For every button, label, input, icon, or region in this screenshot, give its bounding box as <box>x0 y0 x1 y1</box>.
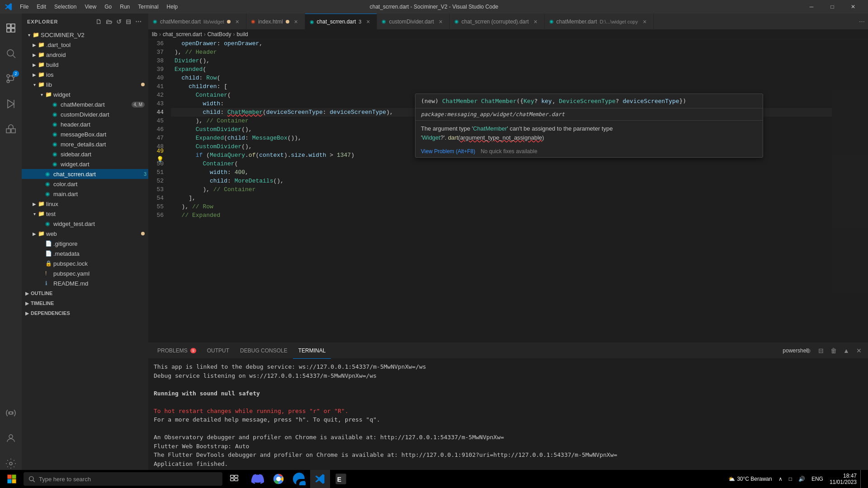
collapse-icon[interactable]: ⊟ <box>125 17 132 26</box>
panel-content[interactable]: This app is linked to the debug service:… <box>148 359 868 478</box>
sidebar-item-test[interactable]: ▾ 📁 test <box>22 209 148 219</box>
sidebar-item-customdivider[interactable]: ▶ ◉ customDivider.dart <box>22 109 148 119</box>
maximize-button[interactable]: □ <box>822 0 843 14</box>
menu-edit[interactable]: Edit <box>33 2 50 12</box>
tab-close-button[interactable]: × <box>532 18 540 26</box>
sidebar-item-android[interactable]: ▶ 📁 android <box>22 50 148 60</box>
taskbar-search[interactable]: Type here to search <box>24 472 222 486</box>
sidebar-item-pubspec-yaml[interactable]: ▶ ! pubspec.yaml <box>22 268 148 278</box>
sidebar-item-widget[interactable]: ▾ 📁 widget <box>22 89 148 99</box>
tabs-overflow-button[interactable]: ⋯ <box>855 14 868 29</box>
new-terminal-icon[interactable]: ⊕ <box>803 345 814 356</box>
activity-remote[interactable] <box>0 402 22 424</box>
tab-customdivider[interactable]: ◉ customDivider.dart × <box>377 14 449 29</box>
panel-tab-output[interactable]: OUTPUT <box>202 343 235 359</box>
sidebar-item-pubspec-lock[interactable]: ▶ 🔒 pubspec.lock <box>22 258 148 268</box>
sidebar-item-readme[interactable]: ▶ ℹ README.md <box>22 278 148 288</box>
new-file-icon[interactable]: 🗋 <box>94 17 103 26</box>
breadcrumb-build[interactable]: build <box>236 31 248 38</box>
tab-close-button[interactable]: × <box>233 18 241 26</box>
sidebar-item-linux[interactable]: ▶ 📁 linux <box>22 199 148 209</box>
sidebar-item-widget-dart[interactable]: ▶ ◉ widget.dart <box>22 159 148 169</box>
close-button[interactable]: ✕ <box>843 0 863 14</box>
tab-chat-scrren-corrupted[interactable]: ◉ chat_scrren (corrupted).dart × <box>450 14 545 29</box>
sidebar-item-ios[interactable]: ▶ 📁 ios <box>22 70 148 80</box>
taskbar-epic[interactable]: E <box>331 470 351 488</box>
kill-terminal-icon[interactable]: 🗑 <box>828 345 839 356</box>
refresh-icon[interactable]: ↺ <box>115 17 123 26</box>
tab-index-html[interactable]: ◉ index.html × <box>246 14 305 29</box>
more-icon[interactable]: ⋯ <box>134 17 143 26</box>
tabs-bar[interactable]: ◉ chatMember.dart lib/widget × ◉ index.h… <box>148 14 868 29</box>
new-folder-icon[interactable]: 🗁 <box>105 17 113 26</box>
sidebar-item-main[interactable]: ▶ ◉ main.dart <box>22 189 148 199</box>
start-button[interactable] <box>2 470 22 488</box>
timeline-section[interactable]: ▶ TIMELINE <box>22 298 148 308</box>
sidebar-item-header[interactable]: ▶ ◉ header.dart <box>22 119 148 129</box>
tray-lang[interactable]: ENG <box>809 470 826 488</box>
sidebar-item-dart-tool[interactable]: ▶ 📁 .dart_tool <box>22 40 148 50</box>
panel-tabs[interactable]: PROBLEMS 9 OUTPUT DEBUG CONSOLE TERMINAL… <box>148 343 868 359</box>
tab-chatmember-copy[interactable]: ◉ chatMember.dart D:\...\widget copy × <box>545 14 654 29</box>
breadcrumb-file[interactable]: chat_scrren.dart <box>163 31 202 38</box>
code-editor[interactable]: openDrawer: openDrawer, ), // Header Div… <box>171 39 832 343</box>
taskbar-discord[interactable] <box>248 470 268 488</box>
menu-file[interactable]: File <box>16 2 32 12</box>
sidebar-item-color[interactable]: ▶ ◉ color.dart <box>22 179 148 189</box>
sidebar-item-build[interactable]: ▶ 📁 build <box>22 60 148 70</box>
minimize-button[interactable]: ─ <box>801 0 822 14</box>
project-root[interactable]: ▾ 📁 SOCIMINER_V2 <box>22 30 148 40</box>
taskbar-taskview[interactable] <box>224 470 244 488</box>
view-problem-link[interactable]: View Problem (Alt+F8) <box>421 148 475 155</box>
activity-explorer[interactable] <box>0 17 22 39</box>
panel-actions[interactable]: powershell ⊕ ⊟ 🗑 ▲ ✕ <box>790 345 864 356</box>
tray-volume[interactable]: 🔊 <box>796 470 808 488</box>
tab-chatmember[interactable]: ◉ chatMember.dart lib/widget × <box>148 14 246 29</box>
menu-run[interactable]: Run <box>116 2 133 12</box>
weather-item[interactable]: ⛅ 30°C Berawan <box>726 470 775 488</box>
close-panel-icon[interactable]: ✕ <box>854 345 864 356</box>
sidebar-item-lib[interactable]: ▾ 📁 lib <box>22 80 148 89</box>
activity-run[interactable] <box>0 93 22 115</box>
sidebar-item-gitignore[interactable]: ▶ 📄 .gitignore <box>22 239 148 249</box>
tray-overflow[interactable]: ∧ <box>776 470 785 488</box>
activity-extensions[interactable] <box>0 118 22 140</box>
sidebar-item-moredetails[interactable]: ▶ ◉ more_details.dart <box>22 139 148 149</box>
breadcrumb-lib[interactable]: lib <box>152 31 157 38</box>
sidebar-item-chat-scrren[interactable]: ▶ ◉ chat_scrren.dart 3 <box>22 169 148 179</box>
menu-bar[interactable]: File Edit Selection View Go Run Terminal… <box>16 2 181 12</box>
split-terminal-icon[interactable]: ⊟ <box>816 345 826 356</box>
dependencies-section[interactable]: ▶ DEPENDENCIES <box>22 308 148 318</box>
tab-close-button[interactable]: × <box>437 18 445 26</box>
sidebar-header-icons[interactable]: 🗋 🗁 ↺ ⊟ ⋯ <box>94 17 143 26</box>
sidebar-item-web[interactable]: ▶ 📁 web <box>22 229 148 239</box>
window-controls[interactable]: ─ □ ✕ <box>801 0 863 14</box>
taskbar-chrome[interactable] <box>269 470 288 488</box>
activity-source-control[interactable]: 2 <box>0 68 22 89</box>
tab-close-button[interactable]: × <box>364 18 372 26</box>
breadcrumb-chatbody[interactable]: ChatBody <box>208 31 231 38</box>
tray-network[interactable]: □ <box>786 470 795 488</box>
panel-tab-terminal[interactable]: TERMINAL <box>293 343 331 359</box>
sidebar-item-chatmember[interactable]: ▶ ◉ chatMember.dart 4, M <box>22 99 148 109</box>
tab-close-button[interactable]: × <box>292 18 300 26</box>
sidebar-item-sidebar[interactable]: ▶ ◉ sidebar.dart <box>22 149 148 159</box>
tab-chat-scrren[interactable]: ◉ chat_scrren.dart 3 × <box>305 14 377 29</box>
outline-section[interactable]: ▶ OUTLINE <box>22 288 148 298</box>
activity-search[interactable] <box>0 42 22 64</box>
taskbar-edge[interactable] <box>289 470 309 488</box>
show-desktop[interactable] <box>860 470 866 488</box>
maximize-panel-icon[interactable]: ▲ <box>841 345 852 356</box>
panel-tab-problems[interactable]: PROBLEMS 9 <box>152 343 202 359</box>
menu-view[interactable]: View <box>81 2 100 12</box>
taskbar-vscode[interactable] <box>310 470 330 488</box>
menu-help[interactable]: Help <box>163 2 182 12</box>
menu-selection[interactable]: Selection <box>51 2 80 12</box>
sidebar-item-metadata[interactable]: ▶ 📄 .metadata <box>22 249 148 258</box>
sidebar-item-widget-test[interactable]: ▶ ◉ widget_test.dart <box>22 219 148 229</box>
clock[interactable]: 18:47 11/01/2023 <box>826 470 860 488</box>
panel-tab-debug[interactable]: DEBUG CONSOLE <box>235 343 293 359</box>
sidebar-item-messagebox[interactable]: ▶ ◉ messageBox.dart <box>22 129 148 139</box>
activity-account[interactable] <box>0 427 22 449</box>
menu-terminal[interactable]: Terminal <box>134 2 162 12</box>
